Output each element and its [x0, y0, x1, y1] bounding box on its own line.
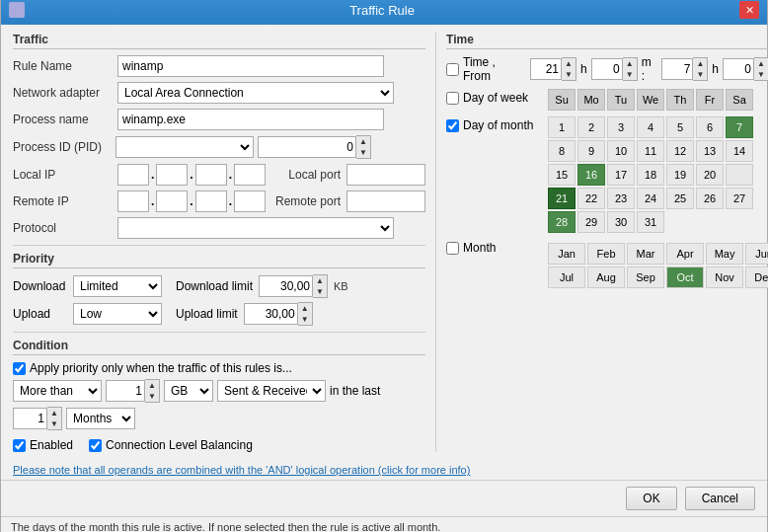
remote-ip-4[interactable] [234, 190, 266, 212]
process-id-select[interactable] [115, 136, 254, 158]
cal-day-10[interactable]: 10 [607, 140, 635, 162]
cal-day-27[interactable]: 27 [726, 188, 753, 209]
month-apr[interactable]: Apr [666, 243, 704, 265]
cal-day-6[interactable]: 6 [696, 116, 724, 138]
cal-day-12[interactable]: 12 [666, 140, 694, 162]
connection-level-checkbox[interactable] [89, 439, 102, 452]
local-ip-2[interactable] [156, 164, 188, 186]
cal-day-28[interactable]: 28 [548, 211, 576, 233]
amount-spin-up[interactable]: ▲ [145, 380, 159, 391]
month-sep[interactable]: Sep [627, 266, 664, 288]
cal-day-7[interactable]: 7 [726, 116, 753, 138]
cal-day-21[interactable]: 21 [548, 188, 576, 209]
cal-day-8[interactable]: 8 [548, 140, 576, 162]
month-jul[interactable]: Jul [548, 266, 585, 288]
time-m1-up[interactable]: ▲ [623, 58, 637, 69]
day-hdr-su[interactable]: Su [548, 89, 576, 111]
month-mar[interactable]: Mar [627, 243, 664, 265]
cal-day-23[interactable]: 23 [607, 188, 635, 209]
amount-input[interactable] [106, 380, 145, 402]
time-h2-down[interactable]: ▼ [693, 69, 707, 80]
unit-select[interactable]: GB MB KB [164, 380, 213, 402]
local-port-input[interactable] [346, 164, 425, 186]
day-hdr-we[interactable]: We [637, 89, 664, 111]
cal-day-14[interactable]: 14 [726, 140, 753, 162]
day-of-month-checkbox[interactable] [446, 119, 459, 132]
time-m1-down[interactable]: ▼ [623, 69, 637, 80]
local-ip-1[interactable] [117, 164, 149, 186]
time-h1-down[interactable]: ▼ [562, 69, 576, 80]
month-feb[interactable]: Feb [587, 243, 625, 265]
cal-day-25[interactable]: 25 [666, 188, 694, 209]
protocol-select[interactable]: TCP UDP [117, 217, 394, 239]
month-oct[interactable]: Oct [666, 266, 704, 288]
upload-limit-spin-up[interactable]: ▲ [298, 303, 312, 314]
download-limit-input[interactable] [259, 275, 313, 297]
cal-day-20[interactable]: 20 [696, 164, 724, 186]
remote-port-input[interactable] [346, 190, 425, 212]
download-select[interactable]: Limited Normal High [73, 275, 162, 297]
download-limit-spin-down[interactable]: ▼ [313, 286, 327, 297]
process-id-spin-up[interactable]: ▲ [356, 136, 370, 147]
time-m1-input[interactable] [591, 58, 623, 80]
time-h2-input[interactable] [661, 58, 693, 80]
cal-day-26[interactable]: 26 [696, 188, 724, 209]
remote-ip-3[interactable] [195, 190, 227, 212]
time-h1-up[interactable]: ▲ [562, 58, 576, 69]
month-aug[interactable]: Aug [587, 266, 625, 288]
upload-select[interactable]: Low Normal High [73, 303, 162, 325]
cal-day-16[interactable]: 16 [577, 164, 605, 186]
cal-day-1[interactable]: 1 [548, 116, 576, 138]
cal-day-13[interactable]: 13 [696, 140, 724, 162]
time-h1-input[interactable] [530, 58, 562, 80]
ok-button[interactable]: OK [626, 487, 676, 510]
amount-spin-down[interactable]: ▼ [145, 391, 159, 402]
day-hdr-mo[interactable]: Mo [577, 89, 605, 111]
time-h2-up[interactable]: ▲ [693, 58, 707, 69]
process-id-input[interactable] [258, 136, 356, 158]
last-spin-up[interactable]: ▲ [47, 408, 61, 418]
cal-day-15[interactable]: 15 [548, 164, 576, 186]
cal-day-5[interactable]: 5 [666, 116, 694, 138]
last-input[interactable] [13, 408, 47, 429]
cal-day-29[interactable]: 29 [577, 211, 605, 233]
month-dec[interactable]: Dec [745, 266, 768, 288]
month-checkbox[interactable] [446, 242, 459, 255]
process-name-input[interactable] [117, 109, 384, 130]
day-hdr-tu[interactable]: Tu [607, 89, 635, 111]
time-m2-up[interactable]: ▲ [754, 58, 768, 69]
month-jun[interactable]: Jun [745, 243, 768, 265]
day-hdr-sa[interactable]: Sa [726, 89, 753, 111]
rule-name-input[interactable] [117, 55, 384, 77]
network-adapter-select[interactable]: Local Area Connection Wi-Fi All Adapters [117, 82, 394, 104]
remote-ip-2[interactable] [156, 190, 188, 212]
day-of-week-checkbox[interactable] [446, 92, 459, 105]
cal-day-20b[interactable] [726, 164, 753, 186]
last-spin-down[interactable]: ▼ [47, 418, 61, 429]
local-ip-3[interactable] [195, 164, 227, 186]
close-button[interactable]: ✕ [739, 1, 759, 19]
cal-day-17[interactable]: 17 [607, 164, 635, 186]
time-checkbox[interactable] [446, 63, 459, 76]
cal-day-11[interactable]: 11 [637, 140, 664, 162]
cal-day-24[interactable]: 24 [637, 188, 664, 209]
cal-day-2[interactable]: 2 [577, 116, 605, 138]
type-select[interactable]: Sent & Received Sent Received [217, 380, 326, 402]
cal-day-9[interactable]: 9 [577, 140, 605, 162]
time-m2-down[interactable]: ▼ [754, 69, 768, 80]
period-select[interactable]: Months Days Hours [66, 408, 135, 429]
cal-day-3[interactable]: 3 [607, 116, 635, 138]
cal-day-30[interactable]: 30 [607, 211, 635, 233]
info-text[interactable]: Please note that all operands are combin… [1, 460, 767, 480]
local-ip-4[interactable] [234, 164, 266, 186]
day-hdr-fr[interactable]: Fr [696, 89, 724, 111]
upload-limit-spin-down[interactable]: ▼ [298, 314, 312, 325]
day-hdr-th[interactable]: Th [666, 89, 694, 111]
cal-day-22[interactable]: 22 [577, 188, 605, 209]
download-limit-spin-up[interactable]: ▲ [313, 275, 327, 286]
cancel-button[interactable]: Cancel [685, 487, 755, 510]
process-id-spin-down[interactable]: ▼ [356, 147, 370, 158]
cal-day-31[interactable]: 31 [637, 211, 664, 233]
apply-checkbox[interactable] [13, 362, 26, 375]
month-jan[interactable]: Jan [548, 243, 585, 265]
